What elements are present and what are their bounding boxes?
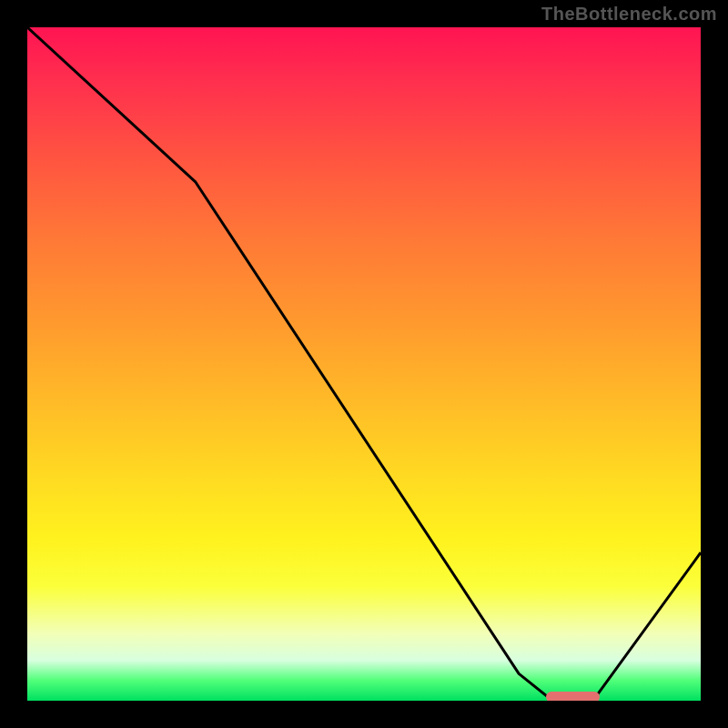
bottleneck-curve <box>27 27 701 701</box>
optimal-range-marker <box>546 692 600 701</box>
curve-svg <box>27 27 701 701</box>
plot-area <box>27 27 701 701</box>
watermark-text: TheBottleneck.com <box>541 4 717 25</box>
chart-frame: TheBottleneck.com <box>0 0 728 728</box>
